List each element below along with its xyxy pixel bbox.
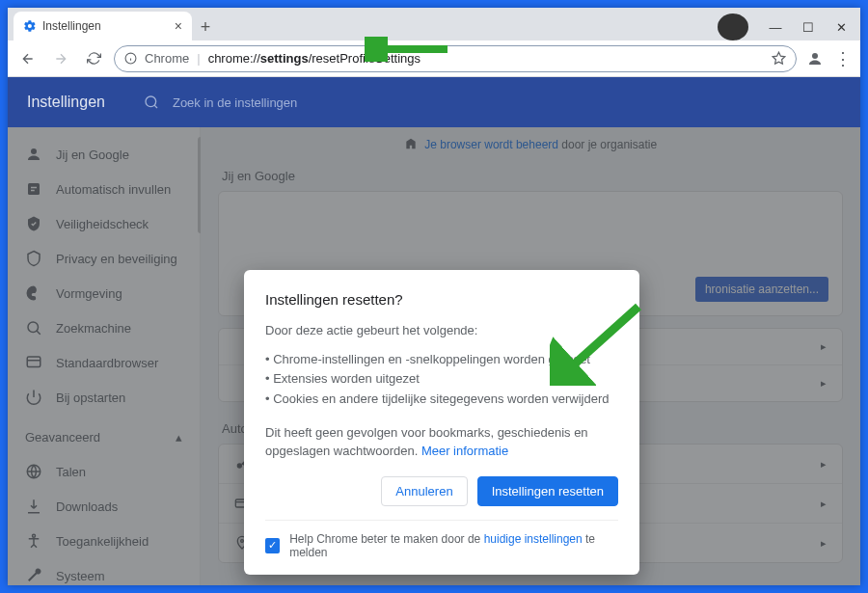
svg-point-2 [812, 53, 818, 59]
settings-favicon [23, 19, 37, 33]
dialog-intro: Door deze actie gebeurt het volgende: [265, 321, 618, 340]
recording-indicator [718, 13, 748, 40]
search-icon [144, 94, 159, 110]
close-window-button[interactable]: ✕ [826, 13, 856, 40]
settings-search[interactable]: Zoek in de instellingen [144, 94, 297, 110]
back-button[interactable] [15, 46, 41, 71]
dialog-bullet: Chrome-instellingen en -snelkoppelingen … [265, 350, 618, 370]
maximize-button[interactable]: ☐ [793, 13, 824, 40]
window-titlebar: Instellingen × + — ☐ ✕ [8, 8, 860, 40]
reset-confirm-button[interactable]: Instellingen resetten [477, 476, 618, 506]
current-settings-link[interactable]: huidige instellingen [484, 532, 583, 546]
svg-point-3 [146, 96, 156, 107]
chrome-menu-button[interactable]: ⋮ [833, 48, 853, 69]
cancel-button[interactable]: Annuleren [381, 476, 467, 506]
address-bar[interactable]: Chrome | chrome://settings/resetProfileS… [114, 45, 797, 72]
report-checkbox[interactable]: ✓ [265, 538, 280, 553]
dialog-bullet: Cookies en andere tijdelijke sitegegeven… [265, 390, 618, 410]
bookmark-star-icon[interactable] [772, 51, 786, 66]
url-scheme: Chrome [145, 51, 189, 66]
footer-pre: Help Chrome beter te maken door de [289, 532, 483, 546]
profile-avatar[interactable] [804, 48, 826, 69]
reset-settings-dialog: Instellingen resetten? Door deze actie g… [244, 270, 639, 575]
settings-title: Instellingen [27, 94, 105, 111]
browser-tab[interactable]: Instellingen × [14, 12, 192, 40]
dialog-footer-text: Help Chrome beter te maken door de huidi… [289, 532, 618, 559]
minimize-button[interactable]: — [760, 13, 791, 40]
svg-marker-1 [773, 52, 785, 64]
url-separator: | [197, 51, 200, 66]
site-info-icon[interactable] [124, 52, 137, 65]
forward-button[interactable] [48, 46, 73, 71]
more-info-link[interactable]: Meer informatie [421, 444, 508, 458]
reload-button[interactable] [81, 46, 106, 71]
browser-toolbar: Chrome | chrome://settings/resetProfileS… [8, 40, 860, 77]
dialog-outro: Dit heeft geen gevolgen voor bookmarks, … [265, 423, 618, 461]
dialog-bullet: Extensies worden uitgezet [265, 369, 618, 390]
dialog-title: Instellingen resetten? [265, 291, 618, 308]
tab-close-icon[interactable]: × [175, 18, 182, 34]
tab-title: Instellingen [42, 19, 101, 33]
new-tab-button[interactable]: + [192, 13, 219, 40]
settings-search-placeholder: Zoek in de instellingen [173, 95, 297, 110]
url-path: chrome://settings/resetProfileSettings [208, 51, 420, 66]
settings-header: Instellingen Zoek in de instellingen [8, 77, 860, 127]
